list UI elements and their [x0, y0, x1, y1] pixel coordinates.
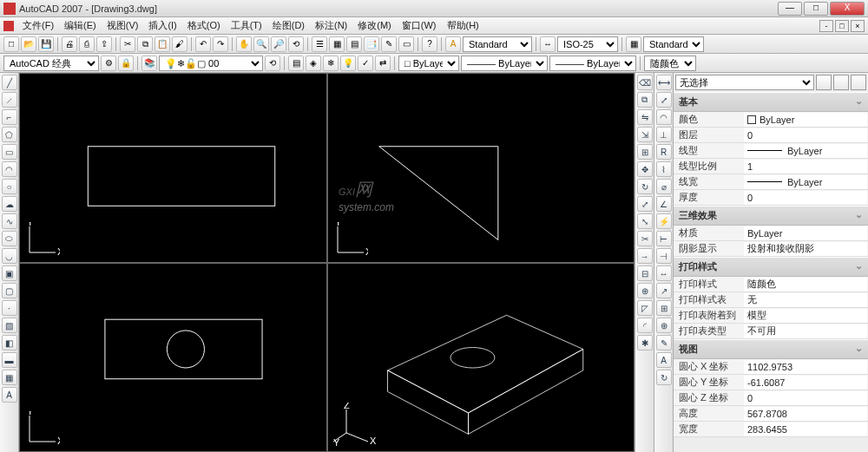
prop-value[interactable]: ByLayer	[744, 175, 867, 189]
color-select[interactable]: □ ByLayerByLayer	[398, 56, 459, 71]
layer-iso-icon[interactable]: ◈	[306, 56, 321, 71]
menu-view[interactable]: 视图(V)	[102, 17, 144, 34]
open-icon[interactable]: 📂	[21, 36, 36, 52]
workspace-select[interactable]: AutoCAD 经典	[3, 56, 99, 71]
offset-icon[interactable]: ⇲	[637, 127, 653, 142]
prop-section-3[interactable]: 视图⌄	[674, 339, 868, 359]
text-style-icon[interactable]: A	[445, 36, 461, 52]
prop-value[interactable]: ByLayer	[744, 226, 867, 240]
zoom-rt-icon[interactable]: 🔍	[253, 36, 269, 52]
dim-ordinate-icon[interactable]: ⊥	[656, 127, 672, 142]
new-icon[interactable]: □	[3, 36, 19, 52]
erase-icon[interactable]: ⌫	[637, 75, 653, 90]
dim-diameter-icon[interactable]: ⌀	[656, 179, 672, 194]
viewport-right[interactable]: X Y	[327, 73, 635, 263]
prop-value[interactable]: 567.8708	[744, 407, 867, 421]
dim-update-icon[interactable]: ↻	[656, 370, 672, 385]
rotate-icon[interactable]: ↻	[637, 179, 653, 194]
prop-value[interactable]: ByLayer	[744, 144, 867, 158]
paste-icon[interactable]: 📋	[155, 36, 170, 52]
menu-dimension[interactable]: 标注(N)	[310, 17, 352, 34]
properties-icon[interactable]: ☰	[312, 36, 327, 52]
dim-style-select[interactable]: ISO-25	[557, 36, 618, 52]
match-icon[interactable]: 🖌	[172, 36, 187, 52]
prop-value[interactable]: 0	[744, 191, 867, 205]
layer-prop-icon[interactable]: 📚	[141, 56, 157, 71]
region-icon[interactable]: ▬	[2, 352, 17, 368]
text-style-select[interactable]: Standard	[463, 36, 532, 52]
join-icon[interactable]: ⊕	[637, 283, 653, 298]
mirror-icon[interactable]: ⇋	[637, 109, 653, 125]
viewport-top[interactable]: X Y	[19, 73, 327, 263]
break-icon[interactable]: ⊟	[637, 265, 653, 281]
mtext-icon[interactable]: A	[2, 387, 17, 403]
dim-angular-icon[interactable]: ∠	[656, 196, 672, 212]
dim-style-icon[interactable]: ↔	[540, 36, 556, 52]
revcloud-icon[interactable]: ☁	[2, 196, 17, 212]
explode-icon[interactable]: ✱	[637, 335, 653, 350]
zoom-win-icon[interactable]: 🔎	[271, 36, 286, 52]
mdi-restore[interactable]: □	[835, 20, 849, 32]
cut-icon[interactable]: ✂	[120, 36, 135, 52]
dim-edit-icon[interactable]: ✎	[656, 335, 672, 350]
prop-section-2[interactable]: 打印样式⌄	[674, 257, 868, 277]
calc-icon[interactable]: ▭	[398, 36, 414, 52]
dim-radius-icon[interactable]: R	[656, 144, 672, 160]
pan-icon[interactable]: ✋	[236, 36, 252, 52]
dim-linear-icon[interactable]: ⟷	[656, 75, 672, 90]
menu-insert[interactable]: 插入(I)	[143, 17, 181, 34]
layer-make-icon[interactable]: ✓	[358, 56, 373, 71]
save-icon[interactable]: 💾	[38, 36, 54, 52]
prop-value[interactable]: 随颜色	[744, 278, 867, 292]
prop-value[interactable]: 283.6455	[744, 423, 867, 436]
insert-block-icon[interactable]: ▣	[2, 265, 17, 281]
prop-value[interactable]: 投射和接收阴影	[744, 242, 867, 256]
dim-jogged-icon[interactable]: ⌇	[656, 161, 672, 177]
make-block-icon[interactable]: ▢	[2, 283, 17, 298]
redo-icon[interactable]: ↷	[213, 36, 228, 52]
plot-color-select[interactable]: 随颜色	[644, 56, 696, 71]
menu-draw[interactable]: 绘图(D)	[267, 17, 310, 34]
mdi-minimize[interactable]: -	[819, 20, 833, 32]
viewport-front[interactable]: X Y	[19, 263, 327, 453]
lineweight-select[interactable]: ——— ByLayer	[549, 56, 636, 71]
designcenter-icon[interactable]: ▦	[329, 36, 345, 52]
table-icon[interactable]: ▦	[2, 370, 17, 385]
markup-icon[interactable]: ✎	[381, 36, 397, 52]
close-button[interactable]: X	[830, 2, 865, 16]
viewport-iso[interactable]: X Z Y	[327, 263, 635, 453]
prop-value[interactable]: 1	[744, 160, 867, 174]
arc-icon[interactable]: ◠	[2, 161, 17, 177]
ws-settings-icon[interactable]: ⚙	[101, 56, 116, 71]
scale-icon[interactable]: ⤢	[637, 196, 653, 212]
dim-space-icon[interactable]: ↔	[656, 265, 672, 281]
ellipse-icon[interactable]: ⬭	[2, 231, 17, 246]
layer-prev-icon[interactable]: ⟲	[265, 56, 280, 71]
menu-tools[interactable]: 工具(T)	[226, 17, 267, 34]
stretch-icon[interactable]: ⤡	[637, 213, 653, 229]
rectangle-icon[interactable]: ▭	[2, 144, 17, 160]
selection-select[interactable]: 无选择	[675, 75, 814, 90]
array-icon[interactable]: ⊞	[637, 144, 653, 160]
layer-match-icon[interactable]: ⇄	[375, 56, 391, 71]
dim-continue-icon[interactable]: ⊣	[656, 248, 672, 264]
print-icon[interactable]: 🖨	[62, 36, 77, 52]
menu-help[interactable]: 帮助(H)	[442, 17, 484, 34]
zoom-prev-icon[interactable]: ⟲	[288, 36, 304, 52]
table-style-icon[interactable]: ▦	[626, 36, 641, 52]
layer-off-icon[interactable]: 💡	[340, 56, 356, 71]
tool-palettes-icon[interactable]: ▤	[346, 36, 362, 52]
layer-select[interactable]: 💡❄🔓▢ 00	[159, 56, 263, 71]
prop-value[interactable]: 模型	[744, 309, 867, 323]
hatch-icon[interactable]: ▨	[2, 318, 17, 333]
menu-edit[interactable]: 编辑(E)	[59, 17, 102, 34]
dim-baseline-icon[interactable]: ⊢	[656, 231, 672, 246]
dim-aligned-icon[interactable]: ⤢	[656, 92, 672, 108]
gradient-icon[interactable]: ◧	[2, 335, 17, 350]
copy-obj-icon[interactable]: ⧉	[637, 92, 653, 108]
menu-modify[interactable]: 修改(M)	[352, 17, 397, 34]
dim-leader-icon[interactable]: ↗	[656, 283, 672, 298]
quick-select-icon[interactable]	[816, 75, 832, 90]
linetype-select[interactable]: ——— ByLayer	[461, 56, 548, 71]
dim-arc-icon[interactable]: ◠	[656, 109, 672, 125]
